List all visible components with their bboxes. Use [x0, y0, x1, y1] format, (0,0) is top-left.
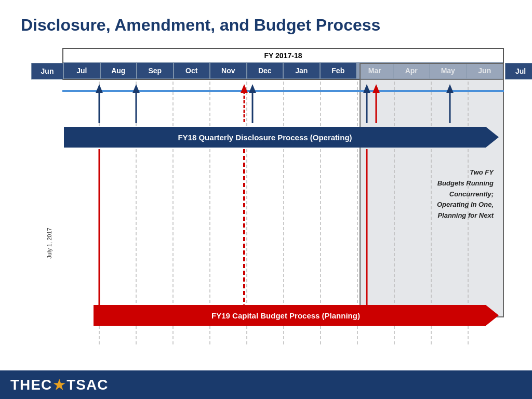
- logo-pre: THEC: [10, 377, 52, 393]
- logo-star: ★: [53, 377, 65, 393]
- month-jul-right: Jul: [505, 63, 532, 79]
- svg-marker-13: [96, 84, 103, 93]
- fy-budgets-text: Two FYBudgets RunningConcurrently;Operat…: [390, 167, 494, 221]
- month-oct: Oct: [174, 62, 210, 79]
- month-aug: Aug: [100, 62, 137, 79]
- page-title: Disclosure, Amendment, and Budget Proces…: [21, 16, 511, 35]
- logo-post: TSAC: [66, 377, 108, 393]
- svg-marker-15: [132, 84, 140, 93]
- svg-text:FY18 Quarterly Disclosure Proc: FY18 Quarterly Disclosure Process (Opera…: [178, 133, 352, 142]
- month-nov: Nov: [210, 62, 247, 79]
- svg-marker-19: [249, 84, 256, 93]
- july-label: July 1, 2017: [46, 228, 52, 258]
- month-jan: Jan: [283, 62, 320, 79]
- slide: Disclosure, Amendment, and Budget Proces…: [0, 0, 532, 399]
- svg-text:FY19 Capital Budget Process (P: FY19 Capital Budget Process (Planning): [211, 311, 360, 320]
- logo: THEC★TSAC: [10, 377, 108, 393]
- month-jun-left: Jun: [31, 63, 63, 79]
- month-feb: Feb: [320, 62, 357, 79]
- svg-marker-17: [241, 84, 248, 93]
- month-sep: Sep: [137, 62, 174, 79]
- month-dec: Dec: [247, 62, 284, 79]
- fy-label: FY 2017-18: [63, 49, 503, 62]
- month-jul: Jul: [63, 62, 100, 79]
- bottom-bar: THEC★TSAC: [0, 370, 532, 399]
